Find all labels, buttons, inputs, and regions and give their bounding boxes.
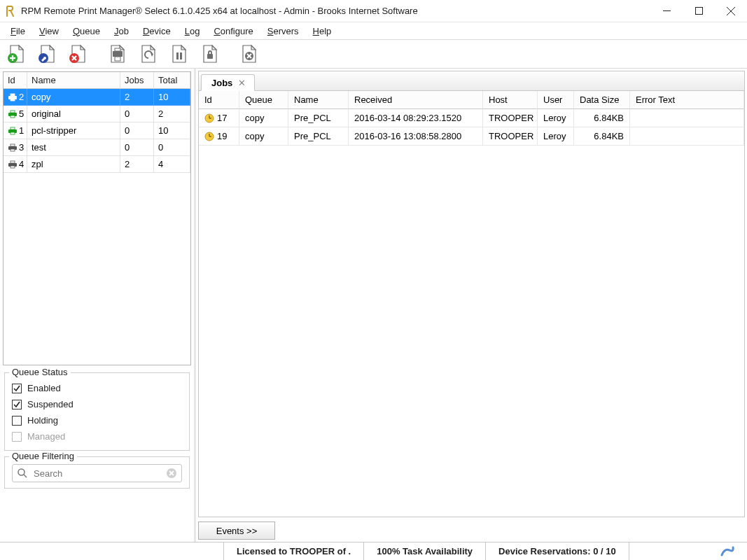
search-input-wrap: [12, 464, 182, 482]
queue-id: 3: [19, 142, 24, 153]
job-name: Pre_PCL: [288, 127, 349, 146]
job-id: 17: [217, 113, 227, 123]
content-pane: Jobs ✕ Id Queue Name Received Host User …: [196, 69, 747, 542]
queue-jobs: 0: [120, 122, 154, 139]
queue-col-name[interactable]: Name: [27, 72, 120, 89]
status-connection-icon: [708, 542, 747, 560]
reprint-button[interactable]: [134, 41, 163, 67]
queue-id: 1: [19, 125, 24, 136]
jobs-table-header: Id Queue Name Received Host User Data Si…: [199, 91, 744, 109]
svg-rect-12: [115, 48, 120, 51]
svg-rect-14: [176, 52, 179, 59]
jobs-col-host[interactable]: Host: [483, 91, 538, 109]
job-host: TROOPER: [483, 127, 538, 146]
job-user: Leroy: [538, 127, 574, 146]
clear-search-icon[interactable]: [166, 468, 177, 479]
job-user: Leroy: [538, 109, 574, 127]
queue-row[interactable]: 4zpl24: [4, 156, 190, 173]
svg-rect-16: [207, 54, 213, 59]
status-availability: 100% Task Availability: [364, 542, 486, 560]
queue-jobs: 2: [120, 156, 154, 173]
queue-col-id[interactable]: Id: [4, 72, 27, 89]
queue-total: 2: [154, 106, 190, 122]
queue-total: 10: [154, 122, 190, 139]
jobs-col-size[interactable]: Data Size: [574, 91, 630, 109]
queue-row[interactable]: 3test00: [4, 139, 190, 156]
tab-jobs[interactable]: Jobs ✕: [201, 74, 255, 91]
hold-button[interactable]: [195, 41, 225, 67]
queue-row[interactable]: 2copy210: [4, 89, 190, 106]
queue-id: 4: [19, 159, 24, 169]
cancel-button[interactable]: [235, 41, 264, 67]
events-button[interactable]: Events >>: [198, 522, 275, 540]
menu-view[interactable]: View: [32, 24, 66, 38]
queue-name: original: [27, 106, 120, 122]
job-queue: copy: [239, 127, 288, 146]
menu-device[interactable]: Device: [136, 24, 178, 38]
queue-table: Id Name Jobs Total 2copy2105original021p…: [3, 71, 191, 365]
sidebar: Id Name Jobs Total 2copy2105original021p…: [0, 69, 196, 542]
minimize-button[interactable]: [650, 0, 683, 22]
jobs-col-name[interactable]: Name: [288, 91, 349, 109]
svg-rect-22: [11, 99, 15, 101]
queue-filtering-group: Queue Filtering: [4, 456, 190, 489]
job-received: 2016-03-14 08:29:23.1520: [349, 109, 483, 127]
search-input[interactable]: [32, 468, 162, 479]
tab-label: Jobs: [211, 78, 232, 88]
menu-file[interactable]: File: [4, 24, 32, 38]
menu-queue[interactable]: Queue: [66, 24, 107, 38]
menu-configure[interactable]: Configure: [207, 24, 260, 38]
job-name: Pre_PCL: [288, 109, 349, 127]
queue-total: 4: [154, 156, 190, 173]
menu-servers[interactable]: Servers: [260, 24, 306, 38]
menu-log[interactable]: Log: [178, 24, 207, 38]
queue-jobs: 0: [120, 106, 154, 122]
queue-row[interactable]: 1pcl-stripper010: [4, 122, 190, 139]
close-button[interactable]: [715, 0, 747, 22]
status-option-label: Suspended: [27, 399, 74, 410]
job-size: 6.84KB: [574, 109, 630, 127]
job-row[interactable]: 17copyPre_PCL2016-03-14 08:29:23.1520TRO…: [199, 109, 744, 127]
svg-rect-25: [11, 115, 15, 118]
svg-line-36: [24, 475, 27, 477]
delete-queue-button[interactable]: [64, 41, 93, 67]
maximize-button[interactable]: [683, 0, 715, 22]
status-option-holding[interactable]: Holding: [12, 412, 182, 428]
queue-name: test: [27, 139, 120, 156]
svg-rect-15: [180, 52, 182, 59]
menubar: FileViewQueueJobDeviceLogConfigureServer…: [0, 22, 747, 39]
jobs-col-error[interactable]: Error Text: [630, 91, 744, 109]
queue-row[interactable]: 5original02: [4, 106, 190, 122]
menu-help[interactable]: Help: [306, 24, 339, 38]
status-option-suspended[interactable]: Suspended: [12, 396, 182, 412]
queue-name: zpl: [27, 156, 120, 173]
tab-bar: Jobs ✕: [198, 71, 745, 90]
jobs-col-received[interactable]: Received: [349, 91, 483, 109]
jobs-col-user[interactable]: User: [538, 91, 574, 109]
new-queue-button[interactable]: [2, 41, 32, 67]
queue-col-total[interactable]: Total: [154, 72, 190, 89]
job-row[interactable]: 19copyPre_PCL2016-03-16 13:08:58.2800TRO…: [199, 127, 744, 146]
svg-rect-33: [11, 161, 15, 163]
print-button[interactable]: [103, 41, 132, 67]
jobs-col-queue[interactable]: Queue: [239, 91, 288, 109]
job-error: [630, 127, 744, 146]
status-license: Licensed to TROOPER of .: [224, 542, 364, 560]
status-option-label: Enabled: [27, 383, 61, 393]
queue-status-group: Queue Status EnabledSuspendedHoldingMana…: [4, 372, 190, 451]
svg-rect-1: [695, 8, 702, 15]
queue-col-jobs[interactable]: Jobs: [120, 72, 154, 89]
queue-settings-button[interactable]: [33, 41, 62, 67]
status-option-enabled[interactable]: Enabled: [12, 380, 182, 396]
status-option-label: Managed: [27, 431, 65, 442]
pause-button[interactable]: [165, 41, 194, 67]
jobs-col-id[interactable]: Id: [199, 91, 239, 109]
queue-name: pcl-stripper: [27, 122, 120, 139]
svg-rect-31: [11, 149, 15, 151]
svg-rect-30: [11, 144, 15, 146]
svg-rect-24: [11, 111, 15, 113]
toolbar: [0, 39, 747, 69]
close-tab-icon[interactable]: ✕: [238, 78, 246, 88]
queue-table-header: Id Name Jobs Total: [4, 72, 190, 89]
menu-job[interactable]: Job: [107, 24, 136, 38]
